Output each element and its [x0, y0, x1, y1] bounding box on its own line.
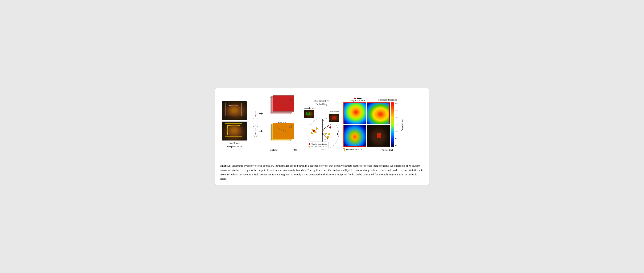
teacher-dashed-line [275, 99, 288, 105]
students-stack: Students [×M] [270, 125, 297, 147]
arrow-section: Teacher Students [249, 101, 266, 143]
students-small-rect-3 [289, 125, 292, 127]
colorbar-label-30: 30σ [395, 102, 398, 105]
results-section: Regression Error Multiscale Prediction [344, 98, 402, 151]
predictive-variance-label: Predictive Variance [346, 148, 362, 151]
variance-dot-1 [344, 148, 345, 150]
rf-rect-yellow-large [225, 123, 242, 137]
variance-dot-2 [344, 150, 345, 151]
rf-rect-small [229, 105, 238, 113]
students-arrow-group: Students [253, 126, 262, 137]
walnut-visual-top [222, 101, 247, 120]
input-image-label: Input Image [229, 142, 240, 144]
multiscale-label: Multiscale Prediction [378, 99, 397, 101]
input-image-top [222, 101, 247, 120]
student-dot-4 [311, 132, 313, 134]
anomaly-free-walnut [304, 110, 314, 118]
figure-caption: Figure 2: Schematic overview of our appr… [220, 161, 424, 181]
regression-icon-row [354, 98, 362, 99]
students-layer-3 [273, 123, 294, 139]
variance-dots [344, 148, 345, 151]
colorbar-gradient [391, 102, 394, 147]
teacher-small-rect-3 [290, 97, 292, 100]
figure-number: Figure 2: [220, 164, 231, 167]
legend-teacher-row: Teacher descriptors [308, 143, 327, 145]
embedding-v-axis [322, 119, 323, 144]
anomaly-score-label: Anomaly Score [401, 119, 403, 131]
result-cell-bl [344, 125, 366, 147]
input-image-bottom [222, 122, 247, 140]
anomaly-free-image [304, 110, 314, 118]
anomaly-free-label: anomaly-free [304, 107, 315, 109]
colorbar-label-0: 0σ [395, 144, 398, 147]
ground-truth-anomaly [377, 133, 381, 138]
embedding-diagram: anomaly-free anomalous [304, 108, 339, 150]
results-image-grid [344, 102, 390, 147]
colorbar-label-20: 20σ [395, 116, 398, 118]
legend-teacher-dot [308, 143, 310, 145]
predictive-variance-footer: Predictive Variance [344, 148, 372, 151]
result-cell-tl [344, 102, 366, 124]
teacher-arrow-right [259, 113, 262, 114]
teacher-layer-3 [273, 95, 294, 112]
vector-e-label: e [326, 125, 328, 127]
student-dot-axis-2 [328, 133, 330, 135]
ground-truth-walnut [367, 125, 390, 147]
legend-student-row: Student predictions [308, 146, 327, 148]
students-bottom-labels: Students [×M] [270, 148, 297, 151]
input-section: Input Image Receptive Fields [220, 101, 249, 148]
results-header: Regression Error Multiscale Prediction [344, 98, 402, 102]
rf-rect-yellow-medium [228, 125, 240, 135]
rf-rect-large [226, 103, 242, 116]
feature-maps-section: Teacher Students [266, 94, 298, 155]
colorbar-container: 30σ 25σ 20σ 15σ 10σ 5σ 0σ Anomaly Score [390, 102, 401, 147]
heatmap-tr [368, 103, 389, 124]
student-dot-axis-1 [324, 133, 326, 135]
regression-icon-line [357, 98, 362, 99]
teacher-arrow-group: Teacher [253, 108, 262, 119]
legend-student-dot [308, 146, 310, 147]
heatmap-bl [344, 125, 366, 146]
multiscale-header: Multiscale Prediction [373, 98, 402, 102]
ground-truth-footer: Ground Truth [373, 148, 402, 151]
colorbar-label-10: 10σ [395, 130, 398, 133]
students-label-bottom: Students [270, 148, 278, 151]
walnut-visual-bottom [222, 122, 247, 140]
students-dashed-line [275, 127, 287, 132]
anomalous-red-rect [332, 117, 336, 119]
results-footer: Predictive Variance Ground Truth [344, 148, 402, 151]
anomaly-free-green-rect [306, 112, 310, 115]
rf-rect-yellow-small [230, 127, 237, 133]
colorbar-label-5: 5σ [395, 137, 398, 139]
vector-v-label: v [324, 139, 325, 141]
ground-truth-label: Ground Truth [382, 149, 393, 151]
regression-error-label: Regression Error [350, 99, 365, 102]
figure-diagram: Input Image Receptive Fields Teacher Stu… [220, 92, 424, 157]
regression-header: Regression Error [344, 98, 372, 102]
v-end-dot [327, 138, 328, 139]
legend-teacher-label: Teacher descriptors [311, 143, 327, 145]
colorbar-label-25: 25σ [395, 109, 398, 111]
e-start-dot [322, 130, 324, 131]
embedding-section: Discriminative Embedding anomaly-free an… [302, 100, 341, 150]
students-arrow-box: Students [253, 126, 258, 137]
student-dot-axis-3 [327, 136, 329, 138]
regression-icon-dot [354, 98, 356, 99]
anomalous-label: anomalous [330, 110, 339, 112]
result-cell-br [367, 125, 390, 147]
caption-text: Schematic overview of our approach. Inpu… [220, 164, 423, 180]
heatmap-tl [344, 103, 366, 124]
times-m-label: [×M] [292, 148, 297, 151]
legend-student-label: Student predictions [311, 146, 327, 148]
student-dot-3 [316, 127, 318, 130]
results-grid-wrapper: 30σ 25σ 20σ 15σ 10σ 5σ 0σ Anomaly Score [344, 102, 402, 147]
teacher-arrow-box: Teacher [253, 108, 258, 119]
input-images [222, 101, 247, 140]
teacher-stack [270, 97, 297, 118]
teacher-dot-end [329, 126, 331, 129]
students-arrow-right [259, 131, 262, 131]
figure-container: Input Image Receptive Fields Teacher Stu… [215, 88, 429, 185]
colorbar-label-15: 15σ [395, 123, 398, 126]
embedding-title: Discriminative Embedding [314, 100, 329, 106]
result-cell-tr [367, 102, 390, 124]
